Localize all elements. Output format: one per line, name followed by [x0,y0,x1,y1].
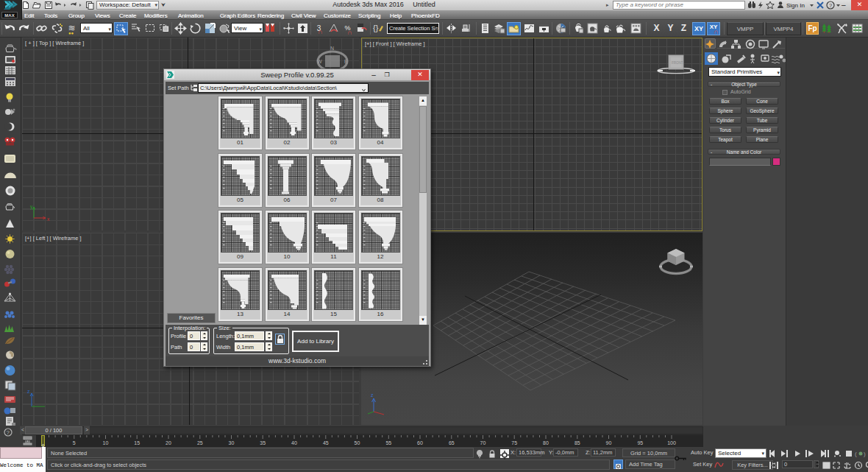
svg-text:?: ? [829,2,832,9]
svg-text:65: 65 [449,440,455,445]
svg-text:25: 25 [197,440,203,445]
svg-text:N: N [330,46,334,51]
svg-text:55: 55 [385,440,391,445]
svg-text:FRONT: FRONT [672,61,683,65]
svg-text:?: ? [7,429,10,436]
svg-text:80: 80 [543,440,549,445]
svg-text:{}: {} [373,24,379,32]
svg-text:20: 20 [166,440,171,445]
svg-text:x: x [47,216,50,222]
svg-text:60: 60 [417,440,423,445]
svg-text:50: 50 [355,440,360,445]
svg-text:E: E [344,59,348,64]
svg-text:(: ( [855,451,857,457]
svg-text:35: 35 [260,440,266,445]
svg-text:10: 10 [103,440,109,445]
svg-text:W: W [317,59,322,64]
svg-text:z: z [371,392,374,398]
svg-text:5: 5 [73,440,76,445]
svg-text:75: 75 [511,440,517,445]
svg-text:90: 90 [606,440,612,445]
svg-text:40: 40 [291,440,297,445]
svg-text:45: 45 [323,440,329,445]
svg-text:Sign In: Sign In [786,2,805,9]
svg-text:30: 30 [229,440,235,445]
svg-text:z: z [27,389,30,394]
svg-text:100: 100 [667,440,676,445]
svg-text:): ) [864,451,866,457]
svg-text:95: 95 [637,440,643,445]
svg-text:70: 70 [480,440,486,445]
svg-text:85: 85 [574,440,580,445]
svg-text:15: 15 [134,440,140,445]
